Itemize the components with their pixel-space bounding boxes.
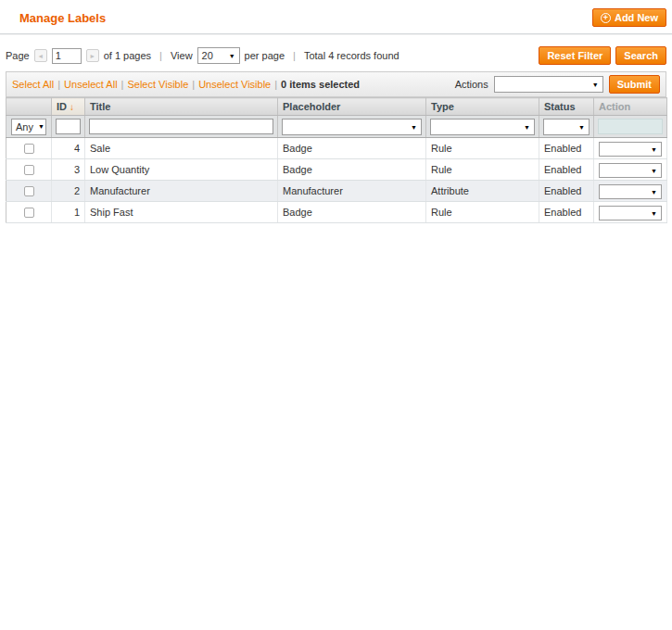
of-pages-text: of 1 pages	[104, 50, 151, 61]
chevron-down-icon: ▼	[651, 189, 657, 195]
chevron-down-icon: ▼	[524, 124, 530, 131]
row-status[interactable]: Enabled	[539, 138, 594, 159]
any-filter-value: Any	[16, 121, 33, 132]
row-placeholder[interactable]: Badge	[278, 138, 426, 159]
row-type[interactable]: Attribute	[426, 181, 539, 202]
filter-status-cell: ▼	[539, 116, 594, 138]
pager-bar: Page ◄ ► of 1 pages | View 20 ▼ per page…	[6, 35, 666, 71]
header-id-label: ID	[57, 101, 67, 112]
toolbar-buttons: Reset Filter Search	[539, 46, 666, 65]
separator: |	[271, 79, 281, 90]
chevron-down-icon: ▼	[411, 124, 417, 131]
table-row[interactable]: 3 Low Quantity Badge Rule Enabled ▼	[6, 159, 667, 181]
row-title[interactable]: Low Quantity	[85, 159, 278, 181]
row-status[interactable]: Enabled	[539, 181, 594, 202]
per-page-select[interactable]: 20 ▼	[197, 47, 240, 64]
filter-select-cell: Any ▼	[6, 116, 52, 138]
per-page-text: per page	[245, 50, 285, 61]
chevron-down-icon: ▼	[578, 124, 585, 131]
filter-type-cell: ▼	[426, 116, 539, 138]
row-id[interactable]: 1	[52, 202, 85, 223]
header-placeholder[interactable]: Placeholder	[278, 98, 426, 116]
row-title[interactable]: Ship Fast	[85, 202, 278, 223]
add-icon: +	[601, 13, 611, 23]
header-title[interactable]: Title	[85, 98, 278, 116]
row-action-cell: ▼	[594, 181, 667, 202]
row-id[interactable]: 3	[52, 159, 85, 181]
add-new-button[interactable]: + Add New	[592, 8, 666, 27]
items-selected-count: 0 items selected	[281, 79, 360, 90]
per-page-value: 20	[202, 50, 213, 61]
row-status[interactable]: Enabled	[539, 202, 594, 223]
row-placeholder[interactable]: Badge	[278, 202, 426, 223]
add-new-button-label: Add New	[615, 12, 658, 23]
massaction-links: Select All | Unselect All | Select Visib…	[12, 79, 360, 90]
total-records-text: Total 4 records found	[304, 50, 399, 61]
table-row[interactable]: 2 Manufacturer Manufacturer Attribute En…	[6, 181, 667, 202]
status-filter-select[interactable]: ▼	[543, 119, 590, 135]
next-page-button[interactable]: ►	[86, 49, 99, 62]
page-header: Manage Labels + Add New	[0, 0, 672, 33]
filter-title-cell	[85, 116, 278, 138]
labels-grid: ID↓ Title Placeholder Type Status Action…	[6, 97, 667, 223]
row-type[interactable]: Rule	[426, 202, 539, 223]
row-action-select[interactable]: ▼	[599, 206, 662, 220]
row-id[interactable]: 2	[52, 181, 85, 202]
header-select-column	[6, 98, 52, 116]
placeholder-filter-select[interactable]: ▼	[282, 119, 422, 135]
content: Page ◄ ► of 1 pages | View 20 ▼ per page…	[0, 35, 672, 223]
row-id[interactable]: 4	[52, 138, 85, 159]
row-checkbox[interactable]	[24, 186, 34, 196]
submit-button-label: Submit	[617, 79, 652, 90]
separator: |	[54, 79, 64, 90]
row-checkbox[interactable]	[24, 144, 34, 154]
row-checkbox[interactable]	[24, 165, 34, 175]
unselect-all-link[interactable]: Unselect All	[64, 79, 117, 90]
row-action-select[interactable]: ▼	[599, 142, 662, 157]
submit-button[interactable]: Submit	[609, 75, 660, 94]
actions-select[interactable]: ▼	[494, 76, 603, 93]
unselect-visible-link[interactable]: Unselect Visible	[198, 79, 271, 90]
table-row[interactable]: 4 Sale Badge Rule Enabled ▼	[6, 138, 667, 159]
filter-placeholder-cell: ▼	[278, 116, 426, 138]
separator: |	[156, 50, 166, 61]
separator: |	[118, 79, 128, 90]
row-checkbox[interactable]	[24, 208, 34, 218]
select-all-link[interactable]: Select All	[12, 79, 54, 90]
filter-action-cell	[594, 116, 667, 138]
id-filter-input[interactable]	[56, 119, 81, 134]
page-title: Manage Labels	[19, 11, 106, 25]
reset-filter-label: Reset Filter	[547, 50, 602, 61]
header-status[interactable]: Status	[539, 98, 594, 116]
reset-filter-button[interactable]: Reset Filter	[539, 46, 611, 65]
row-action-select[interactable]: ▼	[599, 163, 662, 178]
row-action-select[interactable]: ▼	[599, 184, 662, 199]
chevron-down-icon: ▼	[229, 53, 235, 59]
page-number-input[interactable]	[52, 48, 82, 64]
row-type[interactable]: Rule	[426, 159, 539, 181]
select-visible-link[interactable]: Select Visible	[127, 79, 188, 90]
search-button-label: Search	[624, 50, 658, 61]
row-type[interactable]: Rule	[426, 138, 539, 159]
row-placeholder[interactable]: Badge	[278, 159, 426, 181]
table-row[interactable]: 1 Ship Fast Badge Rule Enabled ▼	[6, 202, 667, 223]
any-filter-select[interactable]: Any ▼	[11, 119, 46, 135]
previous-page-button[interactable]: ◄	[34, 49, 47, 62]
row-status[interactable]: Enabled	[539, 159, 594, 181]
row-title[interactable]: Manufacturer	[85, 181, 278, 202]
title-filter-input[interactable]	[89, 119, 273, 134]
grid-filter-row: Any ▼ ▼	[6, 116, 667, 138]
row-title[interactable]: Sale	[85, 138, 278, 159]
row-action-cell: ▼	[594, 159, 667, 181]
row-placeholder[interactable]: Manufacturer	[278, 181, 426, 202]
filter-id-cell	[52, 116, 85, 138]
row-checkbox-cell	[6, 181, 52, 202]
header-action: Action	[594, 98, 667, 116]
row-action-cell: ▼	[594, 202, 667, 223]
sort-descending-icon: ↓	[70, 102, 74, 112]
header-type[interactable]: Type	[426, 98, 539, 116]
separator: |	[188, 79, 198, 90]
header-id[interactable]: ID↓	[52, 98, 85, 116]
type-filter-select[interactable]: ▼	[430, 119, 535, 135]
search-button[interactable]: Search	[615, 46, 666, 65]
